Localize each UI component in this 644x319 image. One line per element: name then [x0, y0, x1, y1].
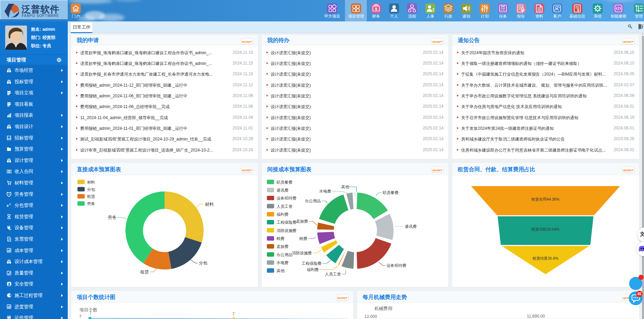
svg-text:办公用品: 办公用品 [305, 199, 321, 203]
svg-text:12,000: 12,000 [364, 314, 377, 319]
svg-text:福利费: 福利费 [307, 268, 319, 272]
svg-text:人员工资: 人员工资 [325, 272, 341, 276]
svg-text:分包: 分包 [199, 261, 208, 265]
svg-text:租赁付款29.04%: 租赁付款29.04% [531, 227, 560, 231]
svg-text:7: 7 [89, 311, 92, 316]
svg-text:x: x [7, 203, 9, 207]
svg-text:工程保险费: 工程保险费 [277, 220, 297, 224]
svg-text:通讯费: 通讯费 [405, 224, 417, 229]
svg-text:租赁结算26.6%: 租赁结算26.6% [532, 256, 558, 260]
svg-text:职员餐费: 职员餐费 [383, 191, 399, 195]
svg-text:¥: ¥ [577, 8, 579, 12]
svg-text:福利费: 福利费 [277, 212, 289, 216]
svg-text:租赁: 租赁 [140, 270, 149, 274]
svg-text:业务招待费: 业务招待费 [277, 196, 297, 200]
svg-text:消防设施费: 消防设施费 [292, 251, 312, 255]
svg-text:业务招待费: 业务招待费 [386, 263, 407, 268]
svg-text:劳务: 劳务 [87, 202, 95, 206]
svg-text:水电费: 水电费 [319, 189, 332, 193]
svg-text:2: 2 [9, 203, 11, 205]
svg-text:办公用品: 办公用品 [277, 253, 292, 257]
svg-text:材料: 材料 [87, 180, 95, 184]
svg-text:劳务: 劳务 [108, 215, 116, 220]
svg-text:分包: 分包 [87, 187, 95, 192]
svg-text:职员餐费: 职员餐费 [277, 180, 292, 184]
svg-text:材料: 材料 [205, 202, 214, 207]
svg-text:¥: ¥ [375, 7, 377, 11]
svg-text:其他: 其他 [277, 269, 285, 273]
svg-text:租赁合同44.36%: 租赁合同44.36% [531, 197, 560, 201]
svg-text:1: 1 [9, 171, 10, 173]
svg-text:税费: 税费 [276, 236, 284, 241]
svg-text:人员工资: 人员工资 [277, 204, 293, 209]
svg-text:7: 7 [79, 314, 82, 319]
svg-text:租赁: 租赁 [87, 194, 95, 199]
svg-text:税费: 税费 [299, 236, 307, 241]
svg-text:水电费: 水电费 [276, 261, 289, 265]
svg-text:其他: 其他 [341, 185, 349, 189]
svg-text:通讯费: 通讯费 [277, 188, 289, 192]
svg-text:7: 7 [232, 312, 235, 317]
svg-text:工程保险费: 工程保险费 [302, 261, 322, 265]
svg-text:项目个数: 项目个数 [80, 307, 97, 312]
svg-text:机械费用: 机械费用 [374, 306, 392, 311]
svg-text:差旅费: 差旅费 [277, 244, 289, 249]
svg-text:消防设施费: 消防设施费 [277, 229, 297, 233]
svg-text:差旅费: 差旅费 [296, 219, 308, 223]
svg-text:11,690.00: 11,690.00 [527, 314, 545, 319]
